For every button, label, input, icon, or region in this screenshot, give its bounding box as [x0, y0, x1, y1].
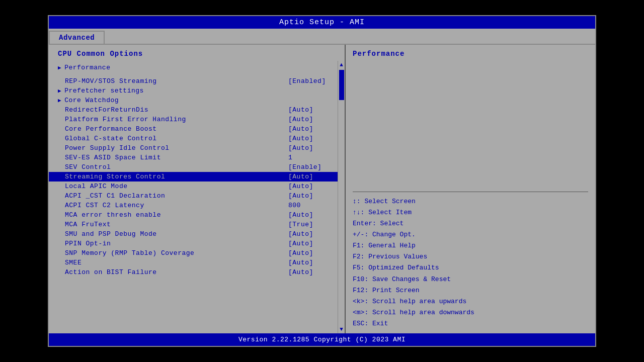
- menu-item-value-11: [Enable]: [288, 163, 329, 171]
- hotkey-8: F12: Print Screen: [353, 285, 588, 296]
- scroll-down-arrow[interactable]: ▼: [338, 325, 345, 333]
- submenu-arrow-3: ▶: [58, 87, 61, 94]
- menu-item-label-9: Power Supply Idle Control: [65, 144, 226, 152]
- menu-item-label-13: Local APIC Mode: [65, 183, 226, 190]
- menu-item-label-7: Core Performance Boost: [65, 125, 226, 133]
- menu-item-8[interactable]: Global C-state Control[Auto]: [49, 134, 338, 143]
- scroll-track: [338, 69, 345, 325]
- menu-item-label-6: Platform First Error Handling: [65, 116, 226, 123]
- menu-item-11[interactable]: SEV Control[Enable]: [49, 162, 338, 172]
- menu-item-14[interactable]: ACPI _CST C1 Declaration[Auto]: [49, 191, 338, 201]
- menu-item-value-22: [Auto]: [288, 268, 329, 276]
- menu-item-value-9: [Auto]: [288, 144, 329, 152]
- hotkey-5: F2: Previous Values: [353, 251, 588, 262]
- menu-bar: Advanced: [49, 29, 595, 45]
- hotkey-7: F10: Save Changes & Reset: [353, 274, 588, 285]
- menu-item-label-3: Prefetcher settings: [64, 87, 225, 95]
- hotkey-3: +/-: Change Opt.: [353, 229, 588, 240]
- menu-item-label-18: SMU and PSP Debug Mode: [65, 230, 226, 238]
- menu-item-4[interactable]: ▶Core Watchdog: [49, 96, 338, 105]
- hotkey-9: <k>: Scroll help area upwards: [353, 296, 588, 307]
- menu-item-label-12: Streaming Stores Control: [65, 173, 226, 180]
- left-panel: CPU Common Options ▶PerformanceREP-MOV/S…: [49, 45, 346, 333]
- menu-item-value-20: [Auto]: [288, 249, 329, 257]
- menu-item-9[interactable]: Power Supply Idle Control[Auto]: [49, 143, 338, 153]
- scroll-up-arrow[interactable]: ▲: [338, 61, 345, 69]
- menu-item-label-8: Global C-state Control: [65, 135, 226, 142]
- menu-item-value-18: [Auto]: [288, 230, 329, 238]
- menu-item-label-15: ACPI CST C2 Latency: [65, 202, 226, 209]
- hotkey-4: F1: General Help: [353, 240, 588, 251]
- menu-item-18[interactable]: SMU and PSP Debug Mode[Auto]: [49, 229, 338, 239]
- menu-item-16[interactable]: MCA error thresh enable[Auto]: [49, 210, 338, 220]
- title-bar: Aptio Setup - AMI: [49, 16, 595, 29]
- menu-item-5[interactable]: RedirectForReturnDis[Auto]: [49, 105, 338, 115]
- menu-item-value-16: [Auto]: [288, 211, 329, 219]
- menu-item-15[interactable]: ACPI CST C2 Latency800: [49, 201, 338, 210]
- menu-item-value-6: [Auto]: [288, 116, 329, 123]
- menu-item-value-12: [Auto]: [288, 173, 329, 180]
- menu-item-value-7: [Auto]: [288, 125, 329, 133]
- hotkey-1: ↑↓: Select Item: [353, 207, 588, 218]
- hotkey-6: F5: Optimized Defaults: [353, 262, 588, 274]
- app-title: Aptio Setup - AMI: [279, 18, 365, 27]
- menu-item-value-13: [Auto]: [288, 183, 329, 190]
- menu-item-12[interactable]: Streaming Stores Control[Auto]: [49, 172, 338, 182]
- menu-item-label-21: SMEE: [65, 259, 226, 266]
- right-panel-title: Performance: [353, 50, 588, 58]
- menu-item-value-19: [Auto]: [288, 240, 329, 247]
- menu-item-20[interactable]: SNP Memory (RMP Table) Coverage[Auto]: [49, 248, 338, 258]
- hotkey-11: ESC: Exit: [353, 318, 588, 329]
- menu-item-value-17: [True]: [288, 221, 329, 228]
- menu-item-value-15: 800: [288, 202, 329, 209]
- tab-advanced[interactable]: Advanced: [49, 31, 105, 44]
- menu-item-13[interactable]: Local APIC Mode[Auto]: [49, 182, 338, 191]
- menu-item-value-14: [Auto]: [288, 192, 329, 200]
- right-panel: Performance ↕: Select Screen↑↓: Select I…: [346, 45, 595, 333]
- menu-item-label-11: SEV Control: [65, 163, 226, 171]
- menu-item-label-17: MCA FruText: [65, 221, 226, 228]
- menu-item-value-2: [Enabled]: [288, 77, 329, 85]
- hotkey-10: <m>: Scroll help area downwards: [353, 307, 588, 318]
- hotkeys: ↕: Select Screen↑↓: Select ItemEnter: Se…: [346, 192, 595, 333]
- footer-text: Version 2.22.1285 Copyright (C) 2023 AMI: [238, 336, 406, 343]
- menu-list: ▶PerformanceREP-MOV/STOS Streaming[Enabl…: [49, 61, 338, 333]
- menu-item-21[interactable]: SMEE[Auto]: [49, 258, 338, 267]
- menu-item-label-16: MCA error thresh enable: [65, 211, 226, 219]
- submenu-arrow-4: ▶: [58, 97, 61, 104]
- menu-item-label-10: SEV-ES ASID Space Limit: [65, 154, 226, 161]
- menu-item-label-22: Action on BIST Failure: [65, 268, 226, 276]
- menu-item-19[interactable]: PPIN Opt-in[Auto]: [49, 239, 338, 248]
- menu-item-label-20: SNP Memory (RMP Table) Coverage: [65, 249, 226, 257]
- menu-item-label-19: PPIN Opt-in: [65, 240, 226, 247]
- scrollbar[interactable]: ▲ ▼: [338, 61, 345, 333]
- menu-item-value-8: [Auto]: [288, 135, 329, 142]
- submenu-arrow-0: ▶: [58, 64, 61, 71]
- menu-item-7[interactable]: Core Performance Boost[Auto]: [49, 124, 338, 134]
- menu-item-label-14: ACPI _CST C1 Declaration: [65, 192, 226, 200]
- menu-item-2[interactable]: REP-MOV/STOS Streaming[Enabled]: [49, 76, 338, 86]
- menu-item-value-5: [Auto]: [288, 106, 329, 114]
- menu-item-0[interactable]: ▶Performance: [49, 63, 338, 72]
- footer: Version 2.22.1285 Copyright (C) 2023 AMI: [49, 333, 595, 346]
- hotkey-0: ↕: Select Screen: [353, 196, 588, 207]
- menu-item-10[interactable]: SEV-ES ASID Space Limit1: [49, 153, 338, 162]
- content-area: CPU Common Options ▶PerformanceREP-MOV/S…: [49, 45, 595, 333]
- right-panel-content: Performance: [346, 45, 595, 63]
- scroll-thumb: [339, 70, 344, 100]
- menu-item-value-10: 1: [288, 154, 329, 161]
- menu-item-6[interactable]: Platform First Error Handling[Auto]: [49, 115, 338, 124]
- menu-item-label-5: RedirectForReturnDis: [65, 106, 226, 114]
- hotkey-2: Enter: Select: [353, 218, 588, 229]
- menu-item-value-21: [Auto]: [288, 259, 329, 266]
- menu-item-22[interactable]: Action on BIST Failure[Auto]: [49, 267, 338, 277]
- menu-item-17[interactable]: MCA FruText[True]: [49, 220, 338, 229]
- menu-item-label-4: Core Watchdog: [64, 97, 225, 104]
- menu-gap-1: [49, 72, 338, 76]
- menu-item-label-0: Performance: [64, 64, 225, 71]
- menu-item-label-2: REP-MOV/STOS Streaming: [65, 77, 226, 85]
- menu-item-3[interactable]: ▶Prefetcher settings: [49, 86, 338, 96]
- left-panel-title: CPU Common Options: [49, 45, 345, 61]
